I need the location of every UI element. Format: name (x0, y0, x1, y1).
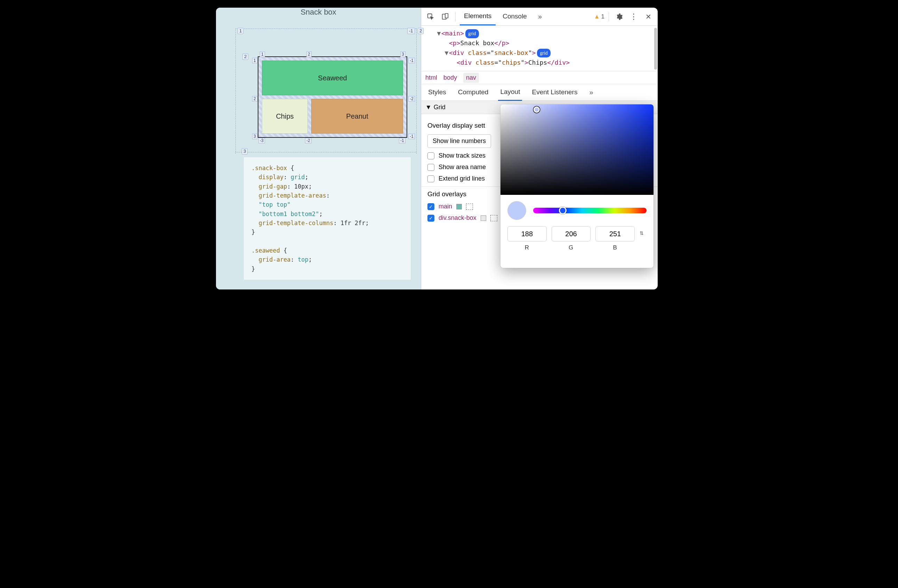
grid-line-v (416, 29, 417, 154)
subtab-styles[interactable]: Styles (426, 85, 448, 100)
checkbox-area-names[interactable] (427, 164, 434, 171)
input-r[interactable]: 188 (507, 226, 547, 242)
scrollbar[interactable] (654, 28, 657, 69)
grid-badge[interactable]: grid (465, 29, 479, 38)
tab-console[interactable]: Console (498, 8, 531, 25)
warning-icon: ▲ (594, 13, 600, 20)
hue-slider[interactable] (533, 208, 647, 213)
subtabs-overflow-icon[interactable]: » (587, 85, 595, 100)
col-tick: 2 (306, 51, 312, 57)
grid-label: -1 (407, 28, 415, 34)
overlay-highlight-icon[interactable] (491, 215, 497, 221)
grid-label: 3 (242, 148, 248, 154)
grid-line-h (235, 29, 416, 29)
css-code-block: .snack-box { display: grid; grid-gap: 10… (244, 157, 411, 280)
col-tick: -3 (258, 138, 265, 143)
checkbox-extend-lines[interactable] (427, 175, 434, 182)
input-g[interactable]: 206 (552, 226, 591, 242)
sv-cursor[interactable] (534, 106, 540, 113)
subtab-listeners[interactable]: Event Listeners (530, 85, 580, 100)
overlay-swatch-main[interactable] (456, 204, 462, 209)
hue-thumb[interactable] (559, 207, 567, 214)
tab-elements[interactable]: Elements (460, 8, 496, 25)
grid-line-h (235, 152, 416, 152)
checkbox-overlay-snackbox[interactable]: ✓ (427, 215, 434, 222)
sv-plane[interactable] (500, 105, 654, 195)
warning-count: 1 (601, 13, 604, 20)
overlay-item-main[interactable]: main (438, 203, 452, 210)
row-tick: -2 (408, 96, 415, 102)
label-b: B (595, 244, 635, 251)
label-extend-lines: Extend grid lines (438, 175, 485, 182)
snack-box-grid: Seaweed Chips Peanut (258, 56, 407, 138)
grid-label: 2 (242, 54, 248, 60)
col-tick: 3 (400, 51, 406, 57)
crumb-body[interactable]: body (443, 74, 457, 82)
grid-label: 1 (238, 28, 243, 34)
chevron-down-icon: ▼ (425, 104, 432, 111)
overlay-swatch-snackbox[interactable] (481, 215, 486, 221)
warning-badge[interactable]: ▲ 1 (594, 13, 604, 20)
inspect-icon[interactable] (424, 11, 437, 23)
label-r: R (507, 244, 547, 251)
checkbox-track-sizes[interactable] (427, 152, 434, 159)
col-tick: 1 (260, 51, 265, 57)
tabs-overflow-icon[interactable]: » (534, 8, 546, 25)
label-g: G (552, 244, 591, 251)
grid-section-title: Grid (434, 104, 446, 111)
kebab-icon[interactable]: ⋮ (628, 11, 640, 23)
col-tick: -2 (305, 138, 312, 143)
page-preview: 1 -1 2 3 2 Snack box 1 2 3 1 2 3 -1 -2 -… (216, 8, 421, 289)
line-numbers-dropdown[interactable]: Show line numbers (427, 134, 491, 148)
device-toggle-icon[interactable] (439, 11, 451, 23)
row-tick: 2 (252, 96, 257, 102)
overlay-item-snackbox[interactable]: div.snack-box (438, 214, 477, 222)
subtab-layout[interactable]: Layout (498, 84, 522, 101)
row-tick: -1 (408, 58, 415, 63)
col-tick: -1 (399, 138, 406, 143)
breadcrumb: html body nav (421, 71, 658, 84)
grid-badge[interactable]: grid (537, 49, 550, 58)
grid-cell-peanut: Peanut (311, 99, 403, 134)
label-track-sizes: Show track sizes (438, 152, 486, 159)
close-icon[interactable]: ✕ (643, 11, 654, 23)
row-tick: 3 (252, 134, 257, 139)
grid-cell-chips: Chips (262, 99, 308, 134)
devtools-toolbar: Elements Console » ▲ 1 ⋮ ✕ (421, 8, 658, 26)
subtab-computed[interactable]: Computed (456, 85, 491, 100)
color-mode-toggle-icon[interactable]: ⇅ (640, 226, 647, 236)
crumb-html[interactable]: html (425, 74, 437, 82)
styles-subtabs: Styles Computed Layout Event Listeners » (421, 84, 658, 101)
input-b[interactable]: 251 (595, 226, 635, 242)
grid-cell-seaweed: Seaweed (262, 60, 403, 95)
grid-line-v (235, 29, 236, 154)
row-tick: 1 (252, 58, 257, 63)
svg-rect-2 (445, 13, 448, 18)
checkbox-overlay-main[interactable]: ✓ (427, 203, 434, 210)
page-title: Snack box (216, 8, 421, 17)
label-area-names: Show area name (438, 163, 486, 171)
dom-tree[interactable]: ▼<main>grid <p>Snack box</p> ▼<div class… (421, 26, 658, 71)
overlay-highlight-icon[interactable] (466, 203, 473, 210)
gear-icon[interactable] (613, 11, 625, 23)
snack-box-container: 1 2 3 1 2 3 -1 -2 -1 -3 -2 -1 Seaweed Ch… (258, 56, 407, 138)
crumb-nav[interactable]: nav (463, 73, 479, 83)
color-picker-popover: 188 R 206 G 251 B ⇅ (500, 105, 654, 268)
color-preview-swatch[interactable] (507, 201, 526, 220)
row-tick: -1 (408, 134, 415, 139)
